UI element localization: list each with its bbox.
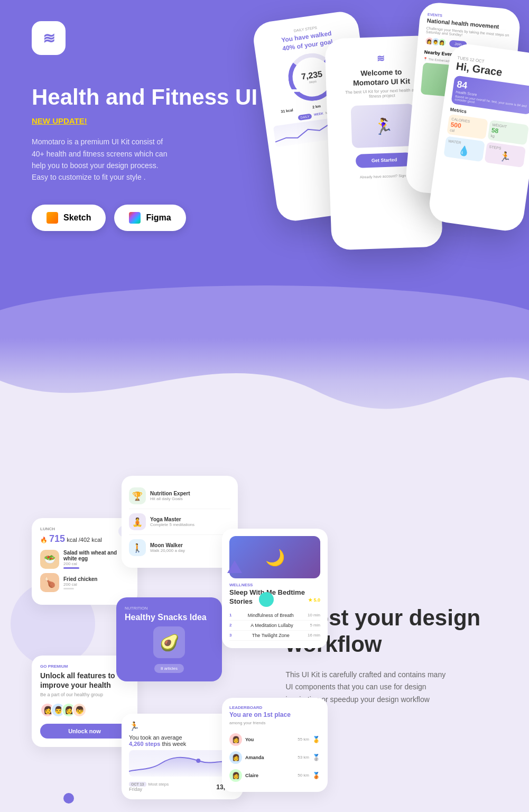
hero-section: ≋ Health and Fitness UI KIT NEW UPDATE! … [0, 0, 529, 338]
location-icon: 📍 [423, 57, 428, 61]
lb-title-highlight: 1st place [263, 711, 290, 718]
wellness-item-3: 3 The Twilight Zone 16 min [229, 631, 320, 641]
most-steps-info: OCT 13 Most steps Friday [129, 782, 169, 792]
wellness-time-1: 10 min [308, 613, 320, 617]
metrics-grid: CALORIES 500 cal WEIGHT 58 kg WATER 💧 [443, 114, 529, 168]
wave-svg [0, 338, 529, 444]
card-wellness: 🌙 WELLNESS Sleep With Me Bedtime Stories… [222, 529, 328, 648]
wellness-name-1: Mindfulness of Breath [248, 613, 294, 618]
step-label: steps [309, 80, 317, 84]
tab-daily[interactable]: DAILY [298, 114, 312, 121]
food-bar-2 [63, 588, 74, 589]
lb-dist-1: 55 km [298, 737, 309, 742]
ach-name-3: Moon Walker [150, 542, 185, 548]
wellness-time-3: 16 min [308, 633, 320, 638]
ach-item-2: 🧘 Yoga Master Complete 5 meditations [129, 509, 230, 535]
ach-sub-2: Complete 5 meditations [150, 522, 194, 527]
nutrition-badge: 8 articles [154, 664, 184, 673]
figma-button[interactable]: Figma [114, 205, 185, 231]
ach-icon-3: 🚶 [129, 539, 146, 556]
most-steps-date: OCT 13 [129, 782, 146, 787]
lb-title-pre: You are on [229, 711, 263, 718]
deco-teal-circle [259, 592, 274, 607]
welcome-to: Welcome to [360, 68, 402, 78]
lb-item-1: 👩 You 55 km 🥇 [229, 731, 320, 749]
lb-name-3: Claire [245, 773, 294, 778]
hero-description: Momotaro is a premium UI Kit consist of … [32, 136, 169, 183]
av4: 👦 [72, 703, 87, 717]
welcome-sub: The best UI Kit for your next health and… [339, 88, 425, 100]
food-cals-2: 200 cal [63, 582, 97, 587]
premium-desc: Be a part of our healthy group [40, 692, 129, 697]
ach-info-1: Nutrition Expert Hit all daily Goals [150, 491, 190, 501]
wellness-num-2: 2 [229, 623, 231, 628]
food-item-1: 🥗 Salad with wheat and white egg 200 cal [40, 550, 129, 569]
water-card: WATER 💧 [443, 136, 485, 162]
lb-avatar-1: 👩 [229, 733, 242, 746]
wellness-num-3: 3 [229, 633, 231, 638]
sketch-button[interactable]: Sketch [32, 205, 106, 231]
premium-avatars: 👩 👨 👩 👦 [40, 703, 129, 717]
lunch-cal-val: 715 [49, 533, 65, 544]
wellness-title: Sleep With Me Bedtime Stories ★ 5.0 [229, 588, 320, 606]
food-name-1: Salad with wheat and white egg [63, 550, 129, 561]
logo-icon: ≋ [43, 30, 55, 47]
signin-link[interactable]: Already have account? Sign in [360, 174, 410, 179]
get-started-button[interactable]: Get Started [355, 152, 413, 168]
weight-card: WEIGHT 58 kg [487, 120, 529, 145]
grace-content: TUES 12 OCT Hi, Grace 84 Health Score Ba… [443, 53, 529, 170]
lb-tag: LEADERBOARD [229, 705, 320, 710]
hero-update-label[interactable]: NEW UPDATE! [32, 116, 299, 125]
sketch-label: Sketch [63, 213, 91, 223]
nutrition-tag: NUTRITION [125, 606, 214, 611]
food-cals-1: 200 cal [63, 561, 129, 566]
food-name-2: Fried chicken [63, 576, 97, 582]
premium-title: Unlock all features to improve your heal… [40, 671, 129, 690]
wellness-rating-val: 5.0 [313, 597, 320, 603]
welcome-name: Momotaro UI Kit [353, 77, 411, 87]
steps-header-label: You took an average [129, 734, 182, 741]
food-info-2: Fried chicken 200 cal [63, 576, 97, 589]
figma-icon [129, 212, 141, 224]
ach-item-1: 🏆 Nutrition Expert Hit all daily Goals [129, 483, 230, 509]
ach-sub-3: Walk 20,000 a day [150, 548, 185, 553]
wellness-item-1: 1 Mindfulness of Breath 10 min [229, 611, 320, 621]
lb-medal-3: 🥉 [312, 772, 320, 779]
bottom-section: LUNCH 🔥 715 kcal /402 kcal + 🥗 Salad wit… [0, 444, 529, 812]
lb-avatar-3: 👩 [229, 769, 242, 782]
tab-week[interactable]: WEEK [314, 112, 324, 118]
ach-icon-1: 🏆 [129, 487, 146, 504]
unlock-button[interactable]: Unlock now [40, 724, 129, 739]
lunch-tag: LUNCH [40, 527, 129, 531]
most-steps: OCT 13 Most steps Friday 13,450 [129, 782, 236, 792]
ach-info-3: Moon Walker Walk 20,000 a day [150, 542, 185, 553]
hero-title: Health and Fitness UI KIT [32, 85, 299, 110]
deco-triangle [227, 560, 242, 573]
figma-label: Figma [146, 213, 171, 223]
ach-name-2: Yoga Master [150, 516, 194, 522]
sketch-icon [47, 212, 58, 224]
wellness-rating: ★ 5.0 [308, 597, 320, 604]
ach-item-3: 🚶 Moon Walker Walk 20,000 a day [129, 535, 230, 560]
card-achievement: 🏆 Nutrition Expert Hit all daily Goals 🧘… [122, 476, 238, 568]
steps-pct: 40% [282, 43, 295, 52]
wellness-num-1: 1 [229, 613, 231, 617]
food-img-2: 🍗 [40, 573, 59, 592]
lb-item-3: 👩 Claire 50 km 🥉 [229, 767, 320, 785]
lb-name-2: Amanda [245, 755, 294, 760]
bg-circle-small [63, 793, 74, 804]
wellness-image: 🌙 [229, 536, 320, 578]
food-item-2: 🍗 Fried chicken 200 cal [40, 573, 129, 592]
card-leaderboard: LEADERBOARD You are on 1st place among y… [222, 698, 328, 792]
steps-period: this week [162, 741, 186, 747]
welcome-logo: ≋ [338, 51, 424, 66]
steps-header: 🏃 ... [129, 721, 236, 731]
km-val: 2 km [312, 104, 321, 109]
wellness-name-2: A Meditation Lullaby [250, 623, 293, 628]
ui-showcase: LUNCH 🔥 715 kcal /402 kcal + 🥗 Salad wit… [32, 476, 254, 812]
nutrition-title: Healthy Snacks Idea [125, 613, 214, 622]
ach-info-2: Yoga Master Complete 5 meditations [150, 516, 194, 527]
nutrition-badge-wrap: 8 articles [125, 662, 214, 673]
steps-card: STEPS 🏃 [484, 142, 526, 168]
lunch-cal-note: kcal /402 kcal [67, 537, 102, 543]
